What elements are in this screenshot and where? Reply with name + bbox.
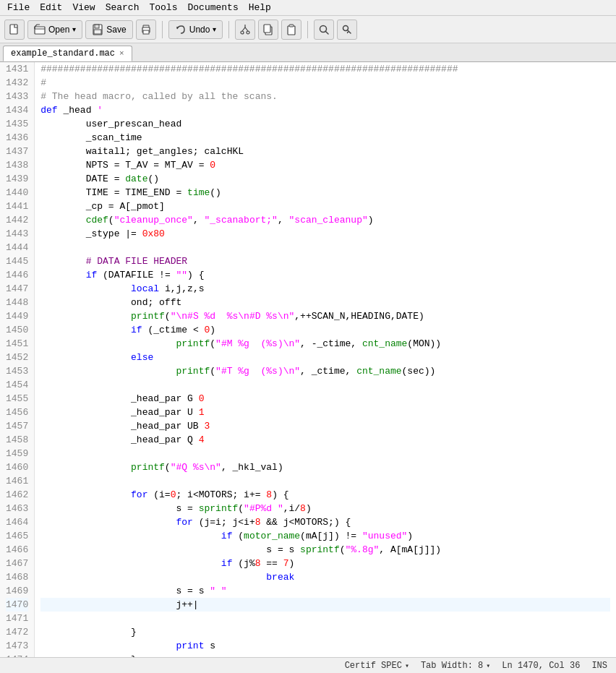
svg-rect-12 (289, 25, 294, 27)
menubar: File Edit View Search Tools Documents He… (0, 0, 616, 16)
svg-rect-6 (143, 30, 149, 34)
statusbar-position: Ln 1470, Col 36 (502, 661, 580, 671)
cut-icon (239, 24, 251, 35)
tabwidth-arrow: ▾ (486, 661, 490, 670)
statusbar: Certif SPEC ▾ Tab Width: 8 ▾ Ln 1470, Co… (0, 657, 616, 673)
menu-view[interactable]: View (68, 1, 99, 14)
paste-button[interactable] (281, 20, 301, 40)
menu-edit[interactable]: Edit (35, 1, 67, 14)
paste-icon (286, 24, 297, 35)
new-button[interactable] (4, 20, 25, 40)
svg-rect-11 (288, 26, 295, 35)
find-button[interactable] (314, 20, 334, 40)
toolbar-sep-3 (307, 21, 308, 38)
toolbar-sep-2 (228, 21, 229, 38)
open-icon (34, 24, 46, 35)
statusbar-tabwidth[interactable]: Tab Width: 8 ▾ (421, 661, 490, 671)
copy-icon (262, 24, 274, 35)
tab-close-button[interactable]: × (119, 49, 124, 58)
statusbar-insert: INS (591, 661, 607, 671)
menu-search[interactable]: Search (101, 1, 144, 14)
svg-rect-10 (264, 25, 270, 33)
svg-rect-0 (10, 25, 17, 34)
menu-documents[interactable]: Documents (183, 1, 242, 14)
save-button[interactable]: Save (85, 20, 132, 39)
tab-label: example_standard.mac (11, 48, 115, 59)
menu-tools[interactable]: Tools (145, 1, 181, 14)
svg-point-14 (343, 25, 348, 30)
file-tab[interactable]: example_standard.mac × (3, 46, 132, 61)
toolbar-sep-1 (162, 21, 163, 38)
replace-button[interactable] (337, 20, 357, 40)
menu-help[interactable]: Help (244, 1, 275, 14)
editor: 1431143214331434143514361437143814391440… (0, 62, 616, 657)
undo-label: Undo (189, 25, 210, 35)
open-arrow: ▾ (72, 25, 76, 33)
save-label: Save (106, 25, 126, 35)
replace-icon (341, 24, 353, 35)
svg-rect-3 (95, 25, 99, 28)
toolbar: Open ▾ Save Undo ▾ (0, 16, 616, 43)
svg-rect-1 (35, 27, 45, 34)
open-button[interactable]: Open ▾ (27, 20, 82, 39)
menu-file[interactable]: File (3, 1, 34, 14)
code-area[interactable]: ########################################… (35, 62, 616, 657)
svg-point-8 (247, 31, 249, 34)
undo-arrow: ▾ (213, 25, 216, 33)
print-icon (140, 24, 152, 35)
undo-button[interactable]: Undo ▾ (168, 20, 223, 39)
line-numbers: 1431143214331434143514361437143814391440… (0, 62, 35, 657)
svg-point-7 (241, 31, 244, 34)
statusbar-mode[interactable]: Certif SPEC ▾ (345, 661, 409, 671)
copy-button[interactable] (258, 20, 278, 40)
open-label: Open (48, 25, 69, 35)
save-icon (92, 24, 103, 35)
tabbar: example_standard.mac × (0, 43, 616, 62)
mode-arrow: ▾ (405, 661, 409, 670)
cut-button[interactable] (235, 20, 255, 40)
svg-rect-4 (94, 30, 101, 34)
print-button[interactable] (136, 20, 156, 40)
undo-icon (175, 24, 187, 35)
find-icon (318, 24, 330, 35)
